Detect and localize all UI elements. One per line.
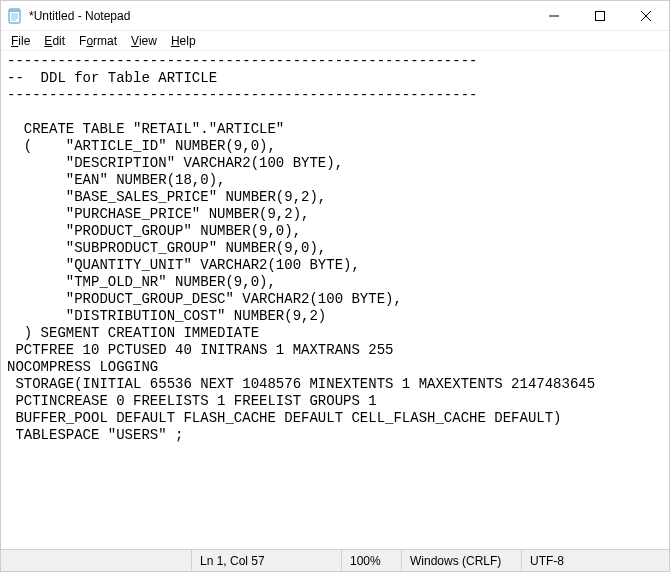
menu-format[interactable]: Format	[73, 33, 123, 49]
statusbar: Ln 1, Col 57 100% Windows (CRLF) UTF-8	[1, 549, 669, 571]
notepad-app-icon	[7, 8, 23, 24]
status-encoding: UTF-8	[521, 550, 669, 571]
close-icon	[641, 11, 651, 21]
menu-help[interactable]: Help	[165, 33, 202, 49]
editor-textarea[interactable]: ----------------------------------------…	[1, 51, 669, 549]
status-line-ending: Windows (CRLF)	[401, 550, 521, 571]
minimize-icon	[549, 11, 559, 21]
svg-rect-7	[596, 11, 605, 20]
close-button[interactable]	[623, 1, 669, 30]
notepad-window: *Untitled - Notepad File Edit	[0, 0, 670, 572]
menu-file[interactable]: File	[5, 33, 36, 49]
minimize-button[interactable]	[531, 1, 577, 30]
status-zoom: 100%	[341, 550, 401, 571]
titlebar: *Untitled - Notepad	[1, 1, 669, 31]
window-title: *Untitled - Notepad	[29, 9, 531, 23]
window-controls	[531, 1, 669, 30]
menu-view[interactable]: View	[125, 33, 163, 49]
svg-rect-1	[9, 9, 20, 12]
menu-edit[interactable]: Edit	[38, 33, 71, 49]
maximize-button[interactable]	[577, 1, 623, 30]
status-blank	[1, 550, 191, 571]
status-cursor-position: Ln 1, Col 57	[191, 550, 341, 571]
menubar: File Edit Format View Help	[1, 31, 669, 51]
maximize-icon	[595, 11, 605, 21]
